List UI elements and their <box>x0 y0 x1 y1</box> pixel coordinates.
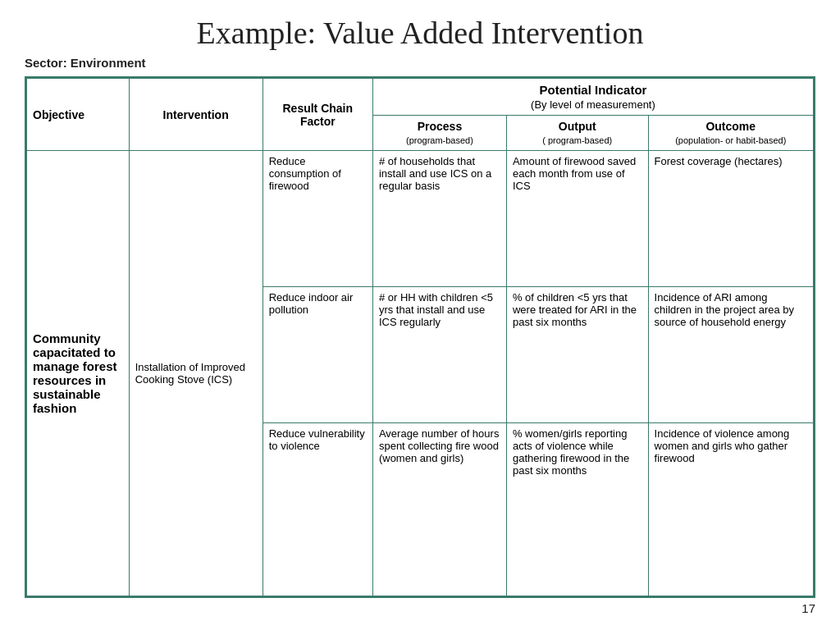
page: Example: Value Added Intervention Sector… <box>0 0 840 630</box>
header-row-1: Objective Intervention Result Chain Fact… <box>27 79 814 116</box>
outcome-cell-3: Incidence of violence among women and gi… <box>648 423 813 596</box>
table-row-1: Community capacitated to manage forest r… <box>27 151 814 287</box>
rcf-cell-1: Reduce consumption of firewood <box>262 151 372 287</box>
header-outcome-sub: (population- or habit-based) <box>675 135 786 145</box>
sector-value: Environment <box>71 56 146 70</box>
objective-cell: Community capacitated to manage forest r… <box>27 151 130 596</box>
rcf-cell-2: Reduce indoor air pollution <box>262 287 372 423</box>
header-objective: Objective <box>27 79 130 151</box>
page-number: 17 <box>25 598 815 615</box>
header-process-sub: (program-based) <box>406 135 473 145</box>
outcome-cell-2: Incidence of ARI among children in the p… <box>648 287 813 423</box>
sector-line: Sector: Environment <box>25 56 815 70</box>
header-output-sub: ( program-based) <box>542 135 612 145</box>
main-table: Objective Intervention Result Chain Fact… <box>26 78 814 596</box>
header-outcome: Outcome (population- or habit-based) <box>648 116 813 151</box>
process-cell-2: # or HH with children <5 yrs that instal… <box>372 287 506 423</box>
header-by-level: (By level of measurement) <box>531 98 655 111</box>
header-process: Process (program-based) <box>372 116 506 151</box>
outcome-cell-1: Forest coverage (hectares) <box>648 151 813 287</box>
sector-label: Sector: <box>25 56 67 70</box>
output-cell-3: % women/girls reporting acts of violence… <box>506 423 648 596</box>
header-output: Output ( program-based) <box>506 116 648 151</box>
header-rcf: Result Chain Factor <box>262 79 372 151</box>
output-cell-2: % of children <5 yrs that were treated f… <box>506 287 648 423</box>
process-cell-1: # of households that install and use ICS… <box>372 151 506 287</box>
rcf-cell-3: Reduce vulnerability to violence <box>262 423 372 596</box>
intervention-cell: Installation of Improved Cooking Stove (… <box>129 151 262 596</box>
header-potential-indicator: Potential Indicator (By level of measure… <box>372 79 813 116</box>
process-cell-3: Average number of hours spent collecting… <box>372 423 506 596</box>
output-cell-1: Amount of firewood saved each month from… <box>506 151 648 287</box>
main-table-wrapper: Objective Intervention Result Chain Fact… <box>25 76 815 598</box>
page-title: Example: Value Added Intervention <box>25 15 815 51</box>
header-intervention: Intervention <box>129 79 262 151</box>
